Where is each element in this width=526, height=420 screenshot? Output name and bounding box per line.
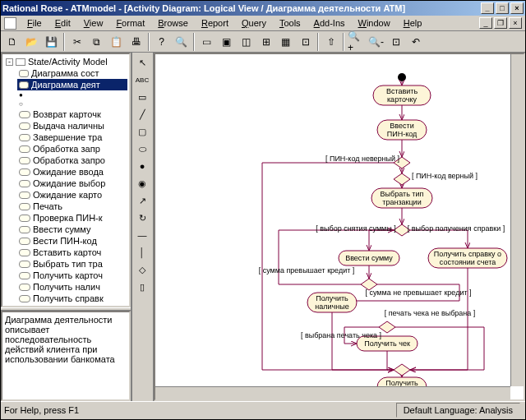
tree-item[interactable]: Обработка запро [17,155,127,166]
tree-item[interactable]: Выбрать тип тра [17,258,127,270]
swimlane-icon[interactable]: ▯ [133,279,151,295]
state-icon [19,180,30,187]
tree-item[interactable]: Завершение тра [17,132,127,143]
tree-item[interactable]: Ожидание карто [17,189,127,201]
tree-item[interactable]: Обработка запр [17,143,127,155]
cut-icon[interactable]: ✂ [67,33,86,51]
tree-item[interactable]: ● [17,90,127,99]
state-icon [19,226,30,233]
paste-icon[interactable]: 📋 [107,33,126,51]
svg-text:карточку: карточку [387,95,418,104]
sync-v-icon[interactable]: │ [133,244,151,261]
self-transition-icon[interactable]: ↻ [133,210,151,226]
activity-icon[interactable]: ⬭ [133,141,151,157]
transition-flow[interactable] [387,351,394,370]
activity-node[interactable]: Вставитькарточку [373,85,431,105]
diagram5-icon[interactable]: ▦ [276,33,295,51]
activity-node[interactable]: Получитьналичные [307,293,357,312]
transition-flow[interactable] [410,268,468,370]
text-icon[interactable]: ABC [133,72,151,88]
tree-item[interactable]: Диаграмма сост [17,67,127,79]
tree-item[interactable]: Проверка ПИН-к [17,212,127,224]
activity-node[interactable]: Выбрать типтранзакции [371,188,432,208]
diagram2-icon[interactable]: ▣ [217,33,236,51]
activity-node[interactable]: Получить справку осостоянии счета [428,248,507,268]
diagram4-icon[interactable]: ⊞ [256,33,275,51]
zoom-in-icon[interactable]: 🔍+ [347,33,366,51]
decision-node[interactable] [394,173,410,185]
documentation-pane[interactable]: Диаграмма деятельности описывает последо… [1,311,131,401]
save-icon[interactable]: 💾 [42,33,61,51]
diagram-canvas[interactable]: ВставитькарточкуВвестиПИН-кодВыбрать тип… [154,53,525,401]
tree-item[interactable]: ○ [17,99,127,108]
toolbox: ↖ ABC ▭ ╱ ▢ ⬭ ● ◉ ↗ ↻ — │ ◇ ▯ [132,53,154,401]
diagram6-icon[interactable]: ⊡ [296,33,315,51]
copy-icon[interactable]: ⧉ [87,33,106,51]
menu-format[interactable]: Format [110,16,150,30]
tree-item[interactable]: Выдача наличны [17,120,127,132]
svg-text:состоянии счета: состоянии счета [440,258,496,266]
tree-item[interactable]: Ожидание ввода [17,166,127,178]
decision-icon[interactable]: ◇ [133,261,151,278]
menu-browse[interactable]: Browse [152,16,194,30]
guard-label: [ выбрана печать чека ] [301,331,381,339]
start-node[interactable] [398,73,406,81]
print-icon[interactable]: 🖶 [127,33,145,51]
end-icon[interactable]: ◉ [133,175,151,192]
tree-item[interactable]: Возврат карточк [17,108,127,120]
zoom-out-icon[interactable]: 🔍- [367,33,385,51]
browser-tree[interactable]: - State/Activity Model Диаграмма состДиа… [1,53,131,307]
tree-item[interactable]: Ожидание выбор [17,178,127,189]
open-icon[interactable]: 📂 [22,33,41,51]
menu-help[interactable]: Help [398,16,428,30]
state-icon [19,284,30,291]
transition-flow[interactable] [410,230,468,248]
tree-item[interactable]: Вставить карточ [17,247,127,258]
mdi-restore-button[interactable]: ❐ [494,17,507,29]
tree-item[interactable]: Получить налич [17,281,127,293]
parent-icon[interactable]: ⇧ [321,33,340,51]
state-icon[interactable]: ▢ [133,123,151,140]
note-icon[interactable]: ▭ [133,89,151,105]
menu-view[interactable]: View [78,16,109,30]
tree-item[interactable]: Диаграмма деят [17,79,127,90]
browse-icon[interactable]: 🔍 [172,33,191,51]
tree-item[interactable]: Вести ПИН-код [17,235,127,247]
tree-item[interactable]: Получить справк [17,293,127,304]
undo-fit-icon[interactable]: ↶ [406,33,425,51]
menu-window[interactable]: Window [353,16,396,30]
start-icon[interactable]: ● [133,158,151,174]
new-icon[interactable]: 🗋 [2,33,21,51]
help-icon[interactable]: ? [152,33,171,51]
pointer-icon[interactable]: ↖ [133,54,151,71]
sync-h-icon[interactable]: — [133,227,151,243]
menu-tools[interactable]: Tools [274,16,307,30]
diagram1-icon[interactable]: ▭ [197,33,216,51]
menu-addins[interactable]: Add-Ins [308,16,351,30]
close-button[interactable]: × [510,2,524,14]
tree-item[interactable]: Печать [17,201,127,212]
activity-node[interactable]: ВвестиПИН-код [377,120,427,140]
menu-query[interactable]: Query [236,16,272,30]
tree-item[interactable]: Получить карточ [17,270,127,281]
mdi-minimize-button[interactable]: _ [479,17,492,29]
menu-file[interactable]: File [21,16,48,30]
menu-report[interactable]: Report [196,16,234,30]
transition-flow[interactable] [369,230,394,251]
transition-icon[interactable]: ↗ [133,192,151,209]
vertical-scrollbar[interactable] [510,54,524,386]
tree-item[interactable]: Ввести сумму [17,224,127,235]
fit-icon[interactable]: ⊡ [386,33,405,51]
diagram3-icon[interactable]: ◫ [237,33,256,51]
anchor-icon[interactable]: ╱ [133,106,151,122]
decision-node[interactable] [394,364,410,376]
minimize-button[interactable]: _ [481,2,494,14]
mdi-close-button[interactable]: × [509,17,522,29]
tree-root[interactable]: - State/Activity Model [4,56,127,67]
maximize-button[interactable]: □ [496,2,509,14]
menu-edit[interactable]: Edit [49,16,76,30]
activity-node[interactable]: Ввести сумму [339,251,399,265]
horizontal-scrollbar[interactable] [155,386,510,399]
mdi-icon[interactable] [4,17,16,30]
guard-label: [ ПИН-код неверный ] [325,155,399,163]
